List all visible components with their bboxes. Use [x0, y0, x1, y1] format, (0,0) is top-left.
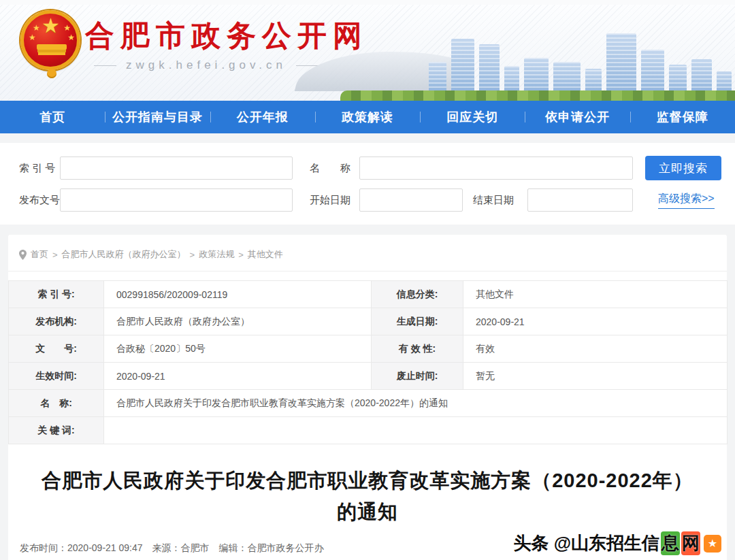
- effective-date-cell-label: 生效时间:: [9, 363, 104, 390]
- content-card: 首页 > 合肥市人民政府（政府办公室） > 政策法规 > 其他文件 索 引 号:…: [8, 235, 727, 560]
- generated-date-cell-value: 2020-09-21: [463, 308, 728, 335]
- nav-item-disclosure-on-request[interactable]: 依申请公开: [525, 101, 630, 133]
- doc-number-cell-value: 合政秘〔2020〕50号: [104, 335, 372, 363]
- table-row: 发布机构: 合肥市人民政府（政府办公室） 生成日期: 2020-09-21: [9, 308, 728, 335]
- location-pin-icon: [19, 250, 27, 260]
- emblem-small-star-icon: ★: [63, 24, 71, 32]
- advanced-search-link[interactable]: 高级搜索>>: [658, 192, 715, 209]
- nav-item-supervision[interactable]: 监督保障: [630, 101, 735, 133]
- index-number-cell-label: 索 引 号:: [9, 281, 104, 308]
- document-info-table: 索 引 号: 002991856/202009-02119 信息分类: 其他文件…: [8, 280, 728, 444]
- article-title: 合肥市人民政府关于印发合肥市职业教育改革实施方案（2020-2022年）的通知: [35, 465, 700, 527]
- table-row: 名 称: 合肥市人民政府关于印发合肥市职业教育改革实施方案（2020-2022年…: [9, 390, 728, 417]
- site-url: zwgk.hefei.gov.cn: [126, 59, 287, 72]
- breadcrumb-government[interactable]: 合肥市人民政府（政府办公室）: [62, 248, 186, 261]
- keywords-cell-value: [104, 417, 728, 444]
- site-url-row: zwgk.hefei.gov.cn: [94, 59, 318, 72]
- name-input[interactable]: [359, 157, 633, 180]
- doc-number-input[interactable]: [60, 188, 293, 212]
- doc-number-label: 发布文号: [19, 194, 60, 207]
- table-row: 生效时间: 2020-09-21 废止时间: 暂无: [9, 363, 728, 390]
- header-top-strip: [0, 0, 735, 5]
- emblem-small-star-icon: ★: [67, 33, 75, 42]
- title-cell-value: 合肥市人民政府关于印发合肥市职业教育改革实施方案（2020-2022年）的通知: [104, 390, 728, 417]
- repeal-date-cell-label: 废止时间:: [372, 363, 463, 390]
- search-now-button[interactable]: 立即搜索: [645, 156, 721, 180]
- info-category-cell-label: 信息分类:: [372, 281, 463, 308]
- issuing-agency-cell-label: 发布机构:: [9, 308, 104, 335]
- tree-line-shape: [340, 90, 735, 101]
- table-row: 文 号: 合政秘〔2020〕50号 有 效 性: 有效: [9, 335, 728, 363]
- watermark-red-char: 网: [681, 531, 700, 555]
- end-date-label: 结束日期: [473, 194, 514, 207]
- keywords-cell-label: 关 键 词:: [9, 417, 104, 444]
- breadcrumb-separator: >: [190, 250, 195, 260]
- effective-date-cell-value: 2020-09-21: [104, 363, 372, 390]
- national-emblem-logo: ★ ★ ★ ★ ★: [19, 9, 84, 80]
- breadcrumb: 首页 > 合肥市人民政府（政府办公室） > 政策法规 > 其他文件: [8, 235, 727, 271]
- watermark-text: 头条 @山东招生信: [513, 531, 659, 555]
- validity-cell-label: 有 效 性:: [372, 335, 463, 363]
- breadcrumb-other-documents[interactable]: 其他文件: [248, 248, 283, 261]
- index-number-label: 索 引 号: [19, 162, 60, 175]
- breadcrumb-separator: >: [238, 250, 244, 260]
- emblem-knot-shape: [47, 69, 56, 78]
- index-number-input[interactable]: [60, 157, 293, 180]
- table-row: 索 引 号: 002991856/202009-02119 信息分类: 其他文件: [9, 281, 728, 308]
- nav-item-policy-interpretation[interactable]: 政策解读: [315, 101, 420, 133]
- emblem-small-star-icon: ★: [33, 24, 40, 32]
- buildings-shapes: [429, 24, 735, 92]
- end-date-input[interactable]: [527, 188, 633, 212]
- emblem-big-star-icon: ★: [42, 16, 60, 36]
- start-date-input[interactable]: [359, 188, 463, 212]
- editor: 编辑：合肥市政务公开办: [219, 542, 324, 555]
- validity-cell-value: 有效: [463, 335, 728, 363]
- start-date-label: 开始日期: [310, 194, 350, 207]
- article-meta-row: 发布时间：2020-09-21 09:47 来源：合肥市 编辑：合肥市政务公开办…: [8, 538, 727, 559]
- nav-item-home[interactable]: 首页: [0, 101, 105, 133]
- table-row: 关 键 词:: [9, 417, 728, 444]
- nav-item-guide-directory[interactable]: 公开指南与目录: [105, 101, 210, 133]
- issuing-agency-cell-value: 合肥市人民政府（政府办公室）: [104, 308, 372, 335]
- nav-item-annual-report[interactable]: 公开年报: [210, 101, 315, 133]
- site-header: ★ ★ ★ ★ ★ 合肥市政务公开网 zwgk.hefei.gov.cn: [0, 0, 735, 101]
- source: 来源：合肥市: [152, 542, 210, 555]
- emblem-gate-shape: [37, 44, 67, 50]
- title-cell-label: 名 称:: [9, 390, 104, 417]
- doc-number-cell-label: 文 号:: [9, 335, 104, 363]
- toutiao-watermark: 头条 @山东招生信息网 ★: [513, 531, 721, 555]
- name-label: 名 称: [310, 162, 348, 175]
- publish-time: 发布时间：2020-09-21 09:47: [20, 542, 143, 555]
- emblem-small-star-icon: ★: [29, 33, 36, 42]
- index-number-cell-value: 002991856/202009-02119: [104, 281, 372, 308]
- nav-item-responses[interactable]: 回应关切: [420, 101, 525, 133]
- watermark-star-icon: ★: [704, 535, 721, 553]
- repeal-date-cell-value: 暂无: [463, 363, 728, 390]
- header-cityscape-illustration: [327, 24, 735, 101]
- search-panel: 索 引 号 名 称 立即搜索 发布文号 开始日期 结束日期 高级搜索>>: [0, 143, 735, 225]
- info-category-cell-value: 其他文件: [463, 281, 728, 308]
- url-dash-left: [94, 65, 116, 66]
- main-nav: 首页 公开指南与目录 公开年报 政策解读 回应关切 依申请公开 监督保障: [0, 101, 735, 133]
- watermark-green-char: 息: [661, 531, 680, 555]
- breadcrumb-home[interactable]: 首页: [31, 248, 48, 261]
- generated-date-cell-label: 生成日期:: [372, 308, 463, 335]
- site-title: 合肥市政务公开网: [85, 16, 368, 56]
- breadcrumb-policies[interactable]: 政策法规: [199, 248, 234, 261]
- breadcrumb-separator: >: [52, 250, 58, 260]
